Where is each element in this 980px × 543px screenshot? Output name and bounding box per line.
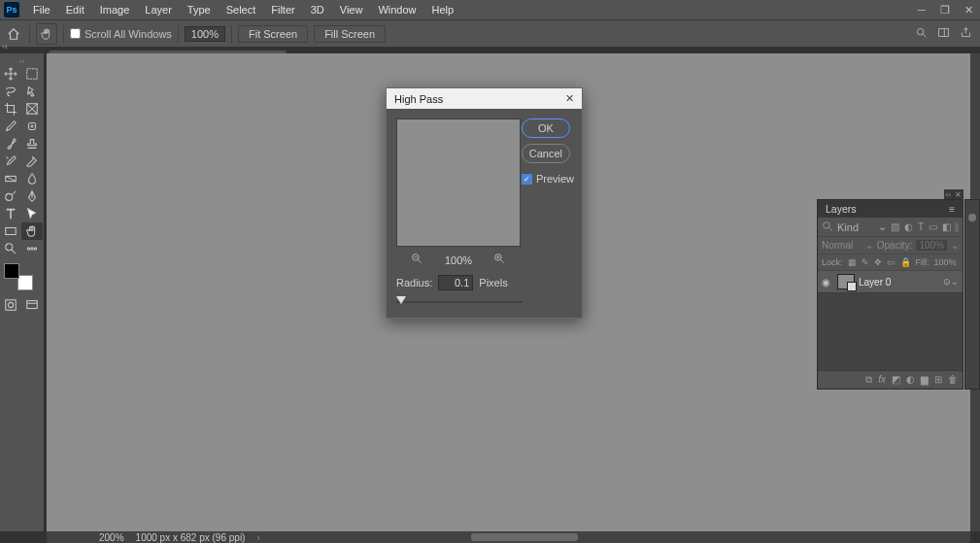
menu-help[interactable]: Help (424, 2, 462, 17)
panel-menu-icon[interactable]: ≡ (949, 204, 955, 215)
color-swatches[interactable] (4, 263, 33, 290)
minimize-icon[interactable]: ─ (910, 0, 933, 19)
visibility-icon[interactable]: ◉ (822, 277, 833, 288)
marquee-tool[interactable] (21, 65, 43, 83)
menu-layer[interactable]: Layer (137, 2, 180, 17)
lock-artboard-icon[interactable]: ▭ (887, 257, 896, 267)
maximize-icon[interactable]: ❐ (933, 0, 957, 19)
crop-tool[interactable] (0, 100, 21, 118)
frame-tool[interactable] (21, 100, 43, 118)
hand-tool-icon[interactable] (36, 23, 57, 45)
svg-point-13 (8, 302, 13, 307)
layer-filter-type[interactable]: Kind ⌄ (822, 221, 887, 233)
zoom-in-icon[interactable] (493, 253, 506, 267)
screen-mode-icon[interactable] (21, 296, 43, 314)
healing-tool[interactable] (21, 118, 43, 135)
layer-mask-icon[interactable]: ◩ (892, 374, 900, 386)
preview-checkbox[interactable]: ✓ Preview (522, 173, 574, 185)
move-tool[interactable] (0, 65, 21, 83)
layer-link-icon[interactable]: ⊙⌄ (943, 277, 959, 287)
lock-label: Lock: (822, 257, 843, 267)
lock-transparency-icon[interactable]: ▦ (848, 257, 857, 267)
adjustment-layer-icon[interactable]: ◐ (906, 374, 915, 386)
lock-all-icon[interactable]: 🔒 (900, 257, 911, 267)
radius-input[interactable] (438, 275, 473, 290)
dialog-preview-area[interactable] (396, 119, 521, 247)
zoom-tool[interactable] (0, 240, 21, 257)
dialog-close-icon[interactable]: ✕ (565, 92, 574, 105)
ok-button[interactable]: OK (522, 119, 570, 138)
link-layers-icon[interactable]: ⧉ (865, 374, 872, 386)
opacity-value[interactable]: 100% (916, 240, 947, 251)
filter-pixel-icon[interactable]: ▧ (891, 221, 899, 232)
search-icon[interactable] (915, 26, 928, 41)
delete-layer-icon[interactable]: 🗑 (948, 374, 958, 386)
fill-value[interactable]: 100% (934, 257, 957, 267)
blend-mode-select[interactable]: Normal (822, 240, 862, 251)
dialog-title: High Pass (394, 93, 443, 105)
filter-type-icon[interactable]: T (918, 221, 924, 232)
rectangle-tool[interactable] (0, 222, 21, 240)
quick-mask-icon[interactable] (0, 296, 21, 314)
lasso-tool[interactable] (0, 83, 21, 100)
layer-fx-icon[interactable]: fx (878, 374, 886, 386)
menu-3d[interactable]: 3D (303, 2, 332, 17)
gradient-tool[interactable] (0, 170, 21, 187)
filter-smart-icon[interactable]: ◧ (942, 221, 951, 232)
eraser-tool[interactable] (21, 153, 43, 170)
type-tool[interactable] (0, 205, 21, 222)
dialog-titlebar[interactable]: High Pass ✕ (387, 88, 582, 109)
radius-slider[interactable] (396, 296, 523, 308)
horizontal-scrollbar[interactable]: 200% 1000 px x 682 px (96 ppi) › (47, 531, 970, 543)
menu-select[interactable]: Select (219, 2, 264, 17)
filter-toggle-icon[interactable] (955, 222, 959, 232)
menu-file[interactable]: File (25, 2, 58, 17)
panel-collapse-icon[interactable]: ‹‹ (0, 40, 10, 53)
fit-screen-button[interactable]: Fit Screen (238, 25, 308, 43)
menu-image[interactable]: Image (92, 2, 138, 17)
foreground-color[interactable] (4, 263, 19, 279)
menu-view[interactable]: View (332, 2, 371, 17)
group-icon[interactable]: ▆ (921, 374, 929, 386)
share-icon[interactable] (960, 26, 972, 41)
new-layer-icon[interactable]: ⊞ (934, 374, 942, 386)
filter-adjust-icon[interactable]: ◐ (904, 221, 913, 232)
lock-position-icon[interactable]: ✥ (874, 257, 882, 267)
right-dock[interactable] (964, 199, 980, 390)
filter-shape-icon[interactable]: ▭ (929, 221, 937, 232)
fill-screen-button[interactable]: Fill Screen (314, 25, 386, 43)
layer-name[interactable]: Layer 0 (859, 277, 939, 288)
layer-row[interactable]: ◉ Layer 0 ⊙⌄ (818, 271, 963, 293)
path-select-tool[interactable] (21, 205, 43, 222)
layer-thumbnail[interactable] (837, 274, 855, 289)
panel-collapse-grip[interactable]: ‹‹✕ (944, 189, 963, 199)
eyedropper-tool[interactable] (0, 118, 21, 135)
scroll-all-windows-checkbox[interactable]: Scroll All Windows (70, 28, 172, 40)
zoom-field[interactable]: 100% (185, 26, 225, 42)
layers-panel-tab[interactable]: Layers ≡ (818, 200, 963, 218)
pen-tool[interactable] (21, 187, 43, 205)
cancel-button[interactable]: Cancel (522, 144, 570, 163)
dodge-tool[interactable] (0, 187, 21, 205)
status-zoom[interactable]: 200% (99, 532, 124, 543)
lock-pixels-icon[interactable]: ✎ (862, 257, 869, 267)
brush-tool[interactable] (0, 135, 21, 153)
edit-toolbar-icon[interactable] (21, 240, 43, 257)
history-brush-tool[interactable] (0, 153, 21, 170)
zoom-out-icon[interactable] (411, 253, 423, 267)
menu-type[interactable]: Type (180, 2, 219, 17)
status-doc-info[interactable]: 1000 px x 682 px (96 ppi) (136, 532, 246, 543)
status-chevron-icon[interactable]: › (256, 532, 259, 543)
menu-filter[interactable]: Filter (263, 2, 302, 17)
quick-select-tool[interactable] (21, 83, 43, 100)
blur-tool[interactable] (21, 170, 43, 187)
workspace-icon[interactable] (937, 26, 950, 41)
menu-window[interactable]: Window (370, 2, 423, 17)
toolbox: ‹‹ (0, 53, 45, 531)
stamp-tool[interactable] (21, 135, 43, 153)
hand-tool[interactable] (21, 222, 43, 240)
toolbox-grip-icon[interactable]: ‹‹ (0, 57, 44, 65)
close-icon[interactable]: ✕ (957, 0, 980, 19)
background-color[interactable] (17, 275, 33, 290)
menu-edit[interactable]: Edit (58, 2, 92, 17)
